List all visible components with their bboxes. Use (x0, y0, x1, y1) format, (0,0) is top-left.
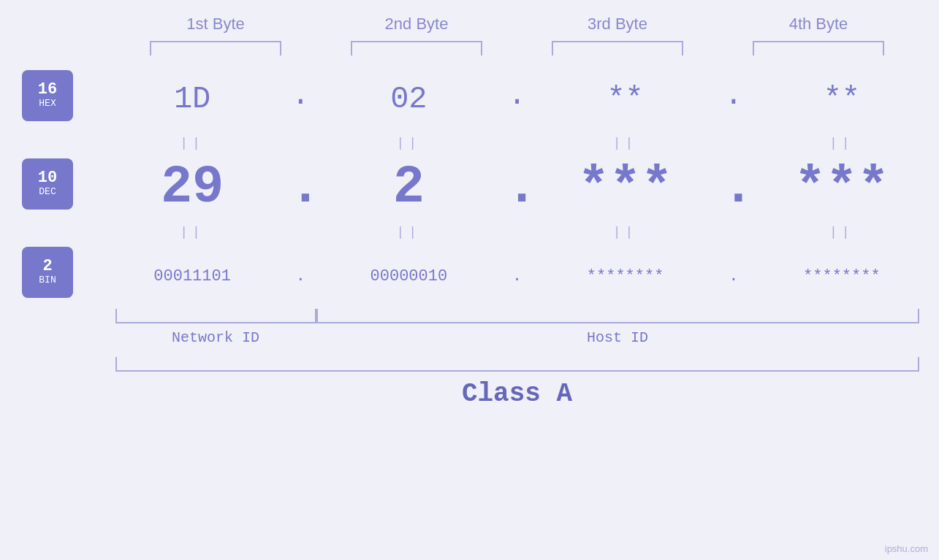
hex-value-4: ** (824, 82, 860, 117)
hex-cell-4: ** (745, 82, 939, 117)
class-section: Class A (115, 357, 919, 409)
bin-cell-3: ******** (528, 267, 723, 285)
bin-value-3: ******** (587, 267, 664, 285)
dec-badge-wrapper: 10 DEC (0, 158, 95, 217)
network-id-label: Network ID (115, 329, 316, 346)
bracket-top-1 (150, 41, 281, 55)
bin-badge-wrapper: 2 BIN (0, 247, 95, 305)
hex-cell-2: 02 (311, 82, 506, 117)
dec-cell-2: 2 (311, 158, 506, 218)
top-brackets (115, 41, 919, 55)
eq-dot-6 (723, 225, 745, 239)
byte-label-2: 2nd Byte (316, 15, 517, 34)
eq-cell-1-1: || (95, 136, 289, 150)
bottom-section: Network ID Host ID (115, 309, 919, 346)
bracket-cell-4 (718, 41, 919, 55)
eq-dot-4 (289, 225, 311, 239)
dec-full-row: 10 DEC 29 . 2 . *** . *** (0, 158, 939, 218)
bin-badge: 2 BIN (22, 247, 73, 298)
bin-cell-1: 00011101 (95, 267, 289, 285)
eq-content-1: || || || || (95, 136, 939, 150)
hex-value-3: ** (607, 82, 643, 117)
byte-labels-row: 1st Byte 2nd Byte 3rd Byte 4th Byte (115, 15, 919, 34)
dec-value-2: 2 (393, 158, 425, 218)
eq-content-2: || || || || (95, 225, 939, 239)
hex-cell-1: 1D (95, 82, 289, 117)
dec-cell-1: 29 (95, 158, 289, 218)
bracket-top-2 (351, 41, 482, 55)
bin-badge-label: BIN (39, 275, 56, 286)
bin-dot-1: . (289, 267, 311, 285)
dec-badge-label: DEC (39, 186, 56, 198)
eq-dot-5 (506, 225, 528, 239)
eq-dot-2 (506, 136, 528, 150)
hex-full-row: 16 HEX 1D . 02 . ** . ** (0, 70, 939, 129)
equals-row-2: || || || || (0, 218, 939, 247)
hex-badge-num: 16 (38, 82, 57, 98)
bracket-cell-3 (517, 41, 718, 55)
bin-value-1: 00011101 (153, 267, 231, 285)
bin-value-2: 00000010 (370, 267, 448, 285)
dec-value-1: 29 (161, 158, 224, 218)
bracket-cell-1 (115, 41, 316, 55)
hex-dot-3: . (723, 78, 745, 120)
host-id-label: Host ID (316, 329, 919, 346)
eq-cell-2-1: || (95, 225, 289, 239)
bin-dot-2: . (506, 267, 528, 285)
bin-dot-3: . (723, 267, 745, 285)
dec-badge: 10 DEC (22, 158, 73, 210)
bottom-labels: Network ID Host ID (115, 329, 919, 346)
hex-value-1: 1D (174, 82, 210, 117)
host-bracket (316, 309, 919, 323)
hex-badge: 16 HEX (22, 70, 73, 121)
dec-badge-num: 10 (38, 170, 57, 186)
eq-dot-1 (289, 136, 311, 150)
dec-value-3: *** (578, 158, 673, 218)
bin-cell-4: ******** (745, 267, 939, 285)
eq-cell-1-4: || (745, 136, 939, 150)
eq-cell-2-3: || (528, 225, 723, 239)
bin-value-4: ******** (803, 267, 881, 285)
bracket-top-4 (753, 41, 884, 55)
eq-cell-1-2: || (311, 136, 506, 150)
hex-badge-label: HEX (39, 98, 56, 110)
eq-cell-2-4: || (745, 225, 939, 239)
eq-dot-3 (723, 136, 745, 150)
dec-value-4: *** (794, 158, 889, 218)
bin-row-content: 00011101 . 00000010 . ******** . *******… (95, 267, 939, 285)
dec-dot-2: . (506, 158, 528, 218)
main-container: 1st Byte 2nd Byte 3rd Byte 4th Byte 16 H… (0, 0, 939, 560)
hex-dot-1: . (289, 78, 311, 120)
eq-cell-2-2: || (311, 225, 506, 239)
watermark: ipshu.com (885, 543, 928, 554)
bracket-cell-2 (316, 41, 517, 55)
eq-cell-1-3: || (528, 136, 723, 150)
dec-dot-1: . (289, 158, 311, 218)
dec-cell-3: *** (528, 158, 723, 218)
network-bracket (115, 309, 316, 323)
bracket-top-3 (552, 41, 683, 55)
hex-row-content: 1D . 02 . ** . ** (95, 78, 939, 120)
byte-label-1: 1st Byte (115, 15, 316, 34)
bin-full-row: 2 BIN 00011101 . 00000010 . ******** . *… (0, 247, 939, 305)
byte-label-4: 4th Byte (718, 15, 919, 34)
class-bracket (115, 357, 919, 372)
bottom-brackets (115, 309, 919, 323)
byte-label-3: 3rd Byte (517, 15, 718, 34)
hex-dot-2: . (506, 78, 528, 120)
dec-row-content: 29 . 2 . *** . *** (95, 158, 939, 218)
hex-badge-wrapper: 16 HEX (0, 70, 95, 129)
dec-dot-3: . (723, 158, 745, 218)
dec-cell-4: *** (745, 158, 939, 218)
equals-row-1: || || || || (0, 129, 939, 158)
class-label: Class A (115, 379, 919, 409)
hex-value-2: 02 (390, 82, 427, 117)
bin-badge-num: 2 (42, 258, 52, 275)
bin-cell-2: 00000010 (311, 267, 506, 285)
hex-cell-3: ** (528, 82, 723, 117)
